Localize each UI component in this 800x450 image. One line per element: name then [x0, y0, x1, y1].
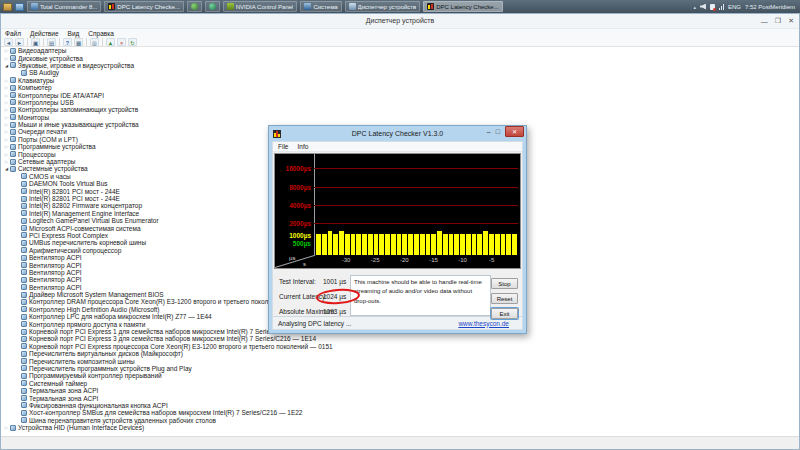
exit-button[interactable]: Exit	[491, 308, 518, 319]
help-icon[interactable]: ?	[63, 38, 72, 46]
update-driver-icon[interactable]: ▲	[106, 38, 115, 46]
volume-icon[interactable]	[700, 4, 706, 10]
pinned-folder-icon[interactable]	[3, 3, 12, 11]
taskbar-button[interactable]: Total Commander 8...	[27, 1, 101, 12]
latency-bar	[414, 234, 419, 255]
device-icon	[21, 306, 27, 312]
tree-item-label: Вентилятор ACPI	[29, 269, 82, 276]
taskbar-button[interactable]	[187, 1, 202, 12]
dpc-maximize-icon[interactable]: □	[496, 128, 500, 135]
taskbar-button[interactable]: DPC Latency Checke...	[104, 1, 183, 12]
tree-item[interactable]: ▷Мониторы	[1, 114, 799, 121]
pinned-window-icon[interactable]	[15, 3, 24, 11]
expand-twisty-icon[interactable]: ▷	[3, 159, 10, 164]
tree-item[interactable]: ▷Контроллеры запоминающих устройств	[1, 106, 799, 113]
tree-item[interactable]: ▷Видеоадаптеры	[1, 47, 799, 54]
device-icon	[21, 299, 27, 305]
minimize-icon[interactable]: —	[761, 18, 768, 25]
device-icon	[21, 255, 27, 261]
tree-item[interactable]: ▷Контроллеры USB	[1, 99, 799, 106]
expand-twisty-icon[interactable]: ▷	[3, 107, 10, 112]
expand-twisty-icon[interactable]: ▷	[3, 93, 10, 98]
taskbar-button[interactable]: DPC Latency Checke...	[423, 1, 502, 12]
network-icon[interactable]	[719, 4, 724, 10]
monitor-icon[interactable]: ▦	[74, 38, 83, 46]
dpc-close-icon[interactable]: ✕	[505, 126, 524, 137]
clock[interactable]: 7:52 PostMeridiem	[745, 4, 795, 10]
restore-icon[interactable]: ❐	[775, 17, 781, 25]
latency-bar	[351, 234, 356, 255]
language-indicator[interactable]: ENG	[728, 4, 741, 10]
gridline	[314, 187, 518, 188]
tree-item[interactable]: Корневой порт PCI Express процессора Cor…	[1, 343, 799, 350]
expand-twisty-icon[interactable]: ▷	[3, 144, 10, 149]
expand-twisty-icon[interactable]: ▷	[3, 122, 10, 127]
tree-item[interactable]: Шина перенаправителя устройств удаленных…	[1, 417, 799, 424]
stop-button[interactable]: Stop	[491, 278, 518, 289]
menu-help[interactable]: Справка	[88, 30, 114, 37]
expand-twisty-icon[interactable]: ▷	[3, 100, 10, 105]
tree-item[interactable]: Фиксированная функциональная кнопка ACPI	[1, 402, 799, 409]
dpc-minimize-icon[interactable]: –	[487, 128, 491, 135]
menu-file[interactable]: Файл	[5, 30, 21, 37]
expand-twisty-icon[interactable]: ▷	[3, 425, 10, 430]
tree-item[interactable]: SB Audigy	[1, 69, 799, 76]
tree-item[interactable]: ▷Контроллеры IDE ATA/ATAPI	[1, 91, 799, 98]
action-center-flag-icon[interactable]	[710, 4, 715, 10]
expand-twisty-icon[interactable]: ▷	[3, 85, 10, 90]
tree-item[interactable]: Термальная зона ACPI	[1, 387, 799, 394]
tree-item[interactable]: Перечислитель композитной шины	[1, 357, 799, 364]
thesycon-link[interactable]: www.thesycon.de	[458, 320, 509, 327]
tree-item[interactable]: Термальная зона ACPI	[1, 394, 799, 401]
tree-item[interactable]: Перечислитель виртуальных дисков (Майкро…	[1, 350, 799, 357]
collapse-twisty-icon[interactable]: ◢	[3, 166, 10, 171]
tree-item[interactable]: ▷Клавиатуры	[1, 77, 799, 84]
reset-button[interactable]: Reset	[491, 293, 518, 304]
scan-icon[interactable]: ◎	[90, 38, 99, 46]
expand-twisty-icon[interactable]: ▷	[3, 48, 10, 53]
tree-item[interactable]: ▷Компьютер	[1, 84, 799, 91]
dpc-icon	[108, 3, 115, 10]
tree-item[interactable]: ◢Звуковые, игровые и видеоустройства	[1, 62, 799, 69]
dpc-menu-info[interactable]: Info	[297, 143, 308, 150]
back-icon[interactable]: ◄	[4, 38, 13, 46]
expand-twisty-icon[interactable]: ▷	[3, 78, 10, 83]
menu-view[interactable]: Вид	[68, 30, 80, 37]
taskbar-button[interactable]: NVIDIA Control Panel	[223, 1, 298, 12]
menu-action[interactable]: Действие	[30, 30, 59, 37]
latency-bar	[402, 234, 407, 255]
console-window-icon[interactable]: ▣	[31, 38, 40, 46]
taskbar-button[interactable]	[205, 1, 220, 12]
tray-expand-icon[interactable]: ▴	[693, 4, 696, 10]
tree-item[interactable]: Перечислитель программных устройств Plug…	[1, 365, 799, 372]
collapse-twisty-icon[interactable]: ◢	[3, 63, 10, 68]
latency-bar	[472, 234, 477, 255]
expand-twisty-icon[interactable]: ▷	[3, 129, 10, 134]
tree-item[interactable]: Системный таймер	[1, 380, 799, 387]
tree-item-label: Хост-контроллер SMBus для семейства набо…	[29, 409, 302, 416]
tree-item-label: UMBus перечислитель корневой шины	[29, 239, 146, 246]
expand-twisty-icon[interactable]: ▷	[3, 115, 10, 120]
tree-item[interactable]: Корневой порт PCI Express 3 для семейств…	[1, 335, 799, 342]
expand-twisty-icon[interactable]: ▷	[3, 152, 10, 157]
export-list-icon[interactable]: ▤	[47, 38, 56, 46]
tree-item[interactable]: Программируемый контроллер прерываний	[1, 372, 799, 379]
close-icon[interactable]: ✕	[788, 17, 794, 25]
forward-icon[interactable]: ►	[15, 38, 24, 46]
latency-bar	[385, 234, 390, 255]
tree-item[interactable]: ▷Дисковые устройства	[1, 54, 799, 61]
device-manager-titlebar[interactable]: Диспетчер устройств — ❐ ✕	[1, 14, 799, 29]
expand-twisty-icon[interactable]: ▷	[3, 56, 10, 61]
tree-item[interactable]: ▷Устройства HID (Human Interface Devices…	[1, 424, 799, 431]
tree-item[interactable]: Хост-контроллер SMBus для семейства набо…	[1, 409, 799, 416]
taskbar-button[interactable]: Система	[300, 1, 341, 12]
disable-device-icon[interactable]: ×	[117, 38, 126, 46]
dpc-titlebar[interactable]: DPC Latency Checker V1.3.0 – □ ✕	[269, 126, 526, 141]
taskbar-button[interactable]: Диспетчер устройств	[345, 1, 421, 12]
device-icon	[10, 136, 16, 142]
expand-twisty-icon[interactable]: ▷	[3, 137, 10, 142]
dpc-menu-file[interactable]: File	[278, 143, 288, 150]
scan-hardware-changes-icon[interactable]: ↻	[128, 38, 137, 46]
tree-item-label: Драйвер Microsoft System Management BIOS	[29, 291, 164, 298]
latency-bar	[328, 231, 333, 255]
